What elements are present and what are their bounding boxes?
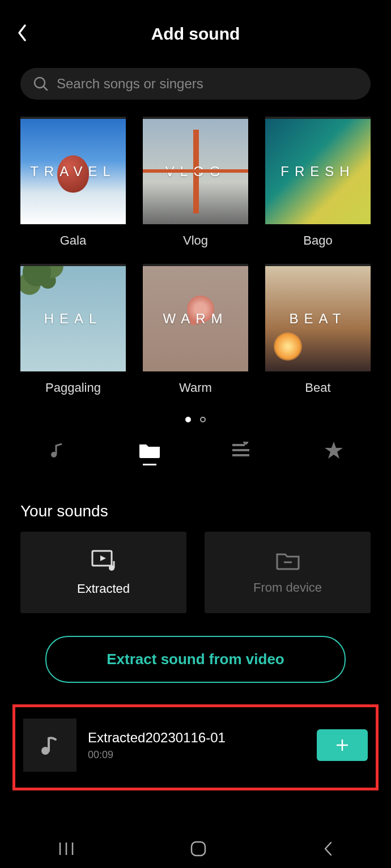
svg-rect-16 xyxy=(192,842,205,856)
category-label: Beat xyxy=(265,380,371,395)
tab-music[interactable] xyxy=(40,441,74,465)
add-sound-button[interactable] xyxy=(317,729,368,761)
back-icon xyxy=(322,840,333,857)
source-extracted[interactable]: Extracted xyxy=(20,532,186,613)
search-input[interactable] xyxy=(57,76,358,92)
category-overlay: HEAL xyxy=(20,311,126,327)
category-overlay: BEAT xyxy=(265,311,371,327)
recents-icon xyxy=(58,841,75,856)
home-icon xyxy=(190,840,207,857)
category-thumb: HEAL xyxy=(20,266,126,371)
chevron-left-icon xyxy=(16,23,28,42)
category-overlay: FRESH xyxy=(265,164,371,179)
category-label: Gala xyxy=(20,233,126,248)
list-heart-icon xyxy=(231,442,252,459)
star-icon xyxy=(324,441,343,460)
category-label: Bago xyxy=(265,233,371,248)
sound-info: Extracted20230116-01 00:09 xyxy=(88,730,305,761)
section-title: Your sounds xyxy=(0,480,391,532)
category-label: Warm xyxy=(143,380,248,395)
search-container xyxy=(0,68,391,111)
category-gala[interactable]: TRAVEL Gala xyxy=(20,119,126,248)
source-device[interactable]: From device xyxy=(205,532,371,613)
nav-recents[interactable] xyxy=(58,841,75,858)
back-button[interactable] xyxy=(16,23,28,45)
category-thumb: TRAVEL xyxy=(20,119,126,224)
sound-sources: Extracted From device xyxy=(0,532,391,613)
source-label: From device xyxy=(253,580,322,595)
category-vlog[interactable]: VLOG Vlog xyxy=(143,119,248,248)
category-grid: TRAVEL Gala VLOG Vlog FRESH Bago HEAL Pa… xyxy=(0,111,391,404)
tab-playlist[interactable] xyxy=(224,442,258,465)
category-overlay: TRAVEL xyxy=(20,164,126,179)
page-indicator xyxy=(0,404,391,430)
pager-dot[interactable] xyxy=(200,417,206,422)
category-paggaling[interactable]: HEAL Paggaling xyxy=(20,266,126,395)
header: Add sound xyxy=(0,0,391,68)
highlighted-sound-container: Extracted20230116-01 00:09 xyxy=(12,704,379,790)
category-beat[interactable]: BEAT Beat xyxy=(265,266,371,395)
category-overlay: VLOG xyxy=(143,164,248,179)
category-thumb: BEAT xyxy=(265,266,371,371)
folder-minus-icon xyxy=(275,550,301,571)
nav-home[interactable] xyxy=(190,840,207,860)
svg-line-1 xyxy=(44,87,47,90)
tab-folder[interactable] xyxy=(133,441,167,465)
music-note-icon xyxy=(39,734,61,756)
system-nav-bar xyxy=(0,832,391,868)
category-thumb: FRESH xyxy=(265,119,371,224)
sound-item[interactable]: Extracted20230116-01 00:09 xyxy=(15,719,376,772)
folder-icon xyxy=(138,441,161,459)
pager-dot-active[interactable] xyxy=(185,417,191,422)
category-overlay: WARM xyxy=(143,311,248,327)
search-bar[interactable] xyxy=(20,68,371,100)
nav-back[interactable] xyxy=(322,840,333,860)
sound-duration: 00:09 xyxy=(88,749,305,761)
category-bago[interactable]: FRESH Bago xyxy=(265,119,371,248)
category-label: Vlog xyxy=(143,233,248,248)
extract-sound-button[interactable]: Extract sound from video xyxy=(45,636,346,683)
category-warm[interactable]: WARM Warm xyxy=(143,266,248,395)
tab-favorites[interactable] xyxy=(317,441,351,466)
music-note-icon xyxy=(48,441,66,459)
sound-name: Extracted20230116-01 xyxy=(88,730,305,746)
sound-thumb xyxy=(23,719,76,772)
category-label: Paggaling xyxy=(20,380,126,395)
page-title: Add sound xyxy=(151,24,240,44)
plus-icon xyxy=(335,738,350,752)
search-icon xyxy=(33,76,49,92)
extract-icon xyxy=(90,549,117,572)
source-label: Extracted xyxy=(77,581,130,596)
category-thumb: VLOG xyxy=(143,119,248,224)
tab-bar xyxy=(0,430,391,480)
category-thumb: WARM xyxy=(143,266,248,371)
